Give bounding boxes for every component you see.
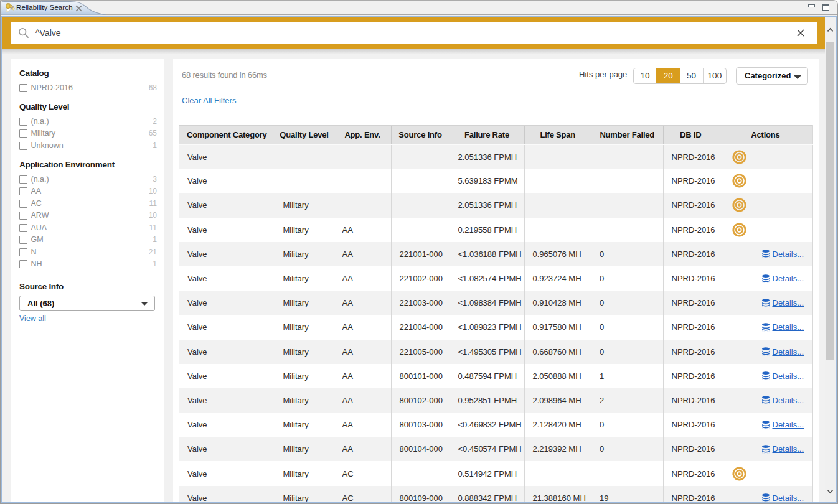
database-icon	[761, 396, 770, 404]
details-link-text[interactable]: Details...	[773, 298, 804, 307]
cell-quality-level: Military	[275, 193, 334, 217]
sort-dropdown[interactable]: Categorized	[736, 67, 808, 85]
cell-db-id: NPRD-2016	[663, 242, 718, 266]
col-header-quality-level[interactable]: Quality Level	[275, 126, 334, 145]
scroll-down-icon[interactable]	[826, 487, 835, 496]
target-icon[interactable]	[732, 467, 746, 481]
cell-life-span: 0.923724 MH	[524, 266, 591, 291]
target-icon[interactable]	[732, 198, 746, 212]
filter-checkbox[interactable]	[19, 175, 27, 184]
filter-checkbox[interactable]	[19, 118, 27, 126]
vertical-scrollbar[interactable]	[825, 17, 836, 502]
filter-item[interactable]: GM1	[19, 234, 157, 246]
target-icon[interactable]	[732, 223, 746, 237]
scrollbar-thumb[interactable]	[826, 42, 834, 360]
col-header-db-id[interactable]: DB ID	[663, 126, 718, 145]
cell-target	[718, 437, 753, 461]
filter-item[interactable]: AC11	[19, 198, 157, 210]
filter-item[interactable]: AUA11	[19, 222, 157, 235]
details-link[interactable]: Details...	[761, 322, 804, 332]
details-link[interactable]: Details...	[761, 298, 804, 307]
database-icon	[761, 250, 770, 258]
hits-option-20[interactable]: 20	[656, 68, 679, 83]
tab-reliability-search[interactable]: Reliability Search	[1, 1, 106, 15]
filter-checkbox[interactable]	[19, 84, 27, 92]
details-link-text[interactable]: Details...	[773, 322, 804, 332]
clear-all-filters-link[interactable]: Clear All Filters	[182, 96, 236, 105]
filter-checkbox[interactable]	[19, 129, 27, 138]
filter-checkbox[interactable]	[19, 224, 27, 232]
cell-app-env: AA	[334, 266, 391, 291]
details-link-text[interactable]: Details...	[773, 444, 804, 454]
details-link[interactable]: Details...	[761, 493, 804, 502]
view-all-link[interactable]: View all	[19, 314, 46, 323]
filter-item[interactable]: (n.a.)2	[19, 116, 157, 128]
table-header-row: Component Category Quality Level App. En…	[179, 126, 813, 145]
details-link-text[interactable]: Details...	[773, 371, 804, 381]
cell-db-id: NPRD-2016	[663, 486, 718, 502]
details-link[interactable]: Details...	[761, 444, 804, 454]
search-band: ^Valve	[2, 17, 825, 49]
hits-option-100[interactable]: 100	[703, 68, 726, 83]
target-icon[interactable]	[732, 174, 746, 188]
cell-component-category: Valve	[179, 388, 275, 413]
hits-option-50[interactable]: 50	[680, 68, 703, 83]
minimize-button[interactable]	[808, 4, 815, 7]
col-header-life-span[interactable]: Life Span	[524, 126, 591, 145]
col-header-component-category[interactable]: Component Category	[179, 126, 275, 145]
filter-count: 1	[153, 234, 157, 246]
col-header-failure-rate[interactable]: Failure Rate	[450, 126, 524, 145]
filter-checkbox[interactable]	[19, 142, 27, 150]
cell-failure-rate: <1.098384 FPMH	[450, 291, 524, 315]
table-row: ValveMilitaryAA221002-000<1.082574 FPMH0…	[179, 266, 813, 291]
col-header-app-env[interactable]: App. Env.	[334, 126, 391, 145]
filter-checkbox[interactable]	[19, 200, 27, 208]
filter-groups: CatalogNPRD-201668Quality Level(n.a.)2Mi…	[19, 67, 157, 271]
filter-item[interactable]: AA10	[19, 185, 157, 198]
filter-item[interactable]: NH1	[19, 258, 157, 271]
details-link-text[interactable]: Details...	[773, 396, 804, 405]
details-link-text[interactable]: Details...	[773, 347, 804, 357]
col-header-source-info[interactable]: Source Info	[391, 126, 450, 145]
cell-target	[718, 461, 753, 485]
search-input[interactable]: ^Valve	[11, 22, 817, 44]
clear-search-icon[interactable]	[795, 27, 806, 39]
details-link[interactable]: Details...	[761, 347, 804, 357]
cell-failure-rate: 0.219558 FPMH	[450, 218, 524, 242]
cell-number-failed: 0	[591, 413, 664, 437]
details-link-text[interactable]: Details...	[773, 493, 804, 502]
filter-item[interactable]: Unknown1	[19, 140, 157, 152]
details-link[interactable]: Details...	[761, 371, 804, 381]
filter-item[interactable]: (n.a.)3	[19, 174, 157, 186]
source-info-heading: Source Info	[19, 281, 157, 292]
filter-checkbox[interactable]	[19, 260, 27, 268]
filter-item[interactable]: N21	[19, 246, 157, 259]
details-link[interactable]: Details...	[761, 250, 804, 259]
cell-target	[718, 291, 753, 315]
maximize-button[interactable]	[822, 4, 829, 11]
col-header-actions[interactable]: Actions	[718, 126, 813, 145]
details-link-text[interactable]: Details...	[773, 420, 804, 429]
source-info-dropdown[interactable]: All (68)	[19, 296, 155, 311]
filter-item[interactable]: NPRD-201668	[19, 82, 157, 95]
cell-number-failed: 1	[591, 364, 664, 388]
target-icon[interactable]	[732, 150, 746, 164]
filter-item[interactable]: ARW10	[19, 210, 157, 222]
cell-target	[718, 486, 753, 502]
col-header-number-failed[interactable]: Number Failed	[591, 126, 664, 145]
filter-checkbox[interactable]	[19, 248, 27, 256]
filter-item[interactable]: Military65	[19, 128, 157, 140]
details-link-text[interactable]: Details...	[773, 250, 804, 259]
details-link[interactable]: Details...	[761, 274, 804, 283]
details-link[interactable]: Details...	[761, 396, 804, 405]
filter-checkbox[interactable]	[19, 212, 27, 220]
details-link-text[interactable]: Details...	[773, 274, 804, 283]
details-link[interactable]: Details...	[761, 420, 804, 429]
filter-checkbox[interactable]	[19, 236, 27, 244]
filter-label: AC	[31, 198, 42, 210]
hits-option-10[interactable]: 10	[634, 68, 656, 83]
tab-close-icon[interactable]	[75, 5, 82, 12]
filter-checkbox[interactable]	[19, 187, 27, 195]
filter-label: N	[31, 246, 37, 259]
scroll-up-icon[interactable]	[826, 26, 835, 35]
